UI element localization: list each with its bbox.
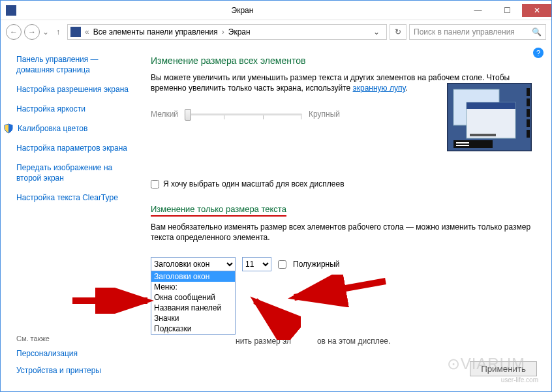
dropdown-option[interactable]: Подсказки [151, 324, 235, 334]
element-select-dropdown: Заголовки окон Меню: Окна сообщений Назв… [151, 271, 236, 335]
display-preview-image [447, 83, 532, 151]
close-button[interactable]: ✕ [522, 4, 551, 17]
element-select[interactable]: Заголовки окон [151, 257, 236, 271]
search-input[interactable]: Поиск в панели управления 🔍 [409, 24, 546, 40]
sidebar-link-calibrate[interactable]: Калибровка цветов [18, 123, 87, 134]
svg-rect-1 [527, 88, 530, 96]
single-scale-label: Я хочу выбрать один масштаб для всех дис… [163, 179, 345, 188]
address-dropdown-icon[interactable]: ⌄ [369, 27, 384, 37]
heading-resize-all: Изменение размера всех элементов [151, 55, 538, 66]
shield-icon [3, 123, 14, 134]
forward-button[interactable]: → [24, 24, 40, 40]
svg-rect-4 [527, 119, 530, 127]
svg-rect-8 [467, 102, 515, 109]
single-scale-checkbox[interactable] [151, 180, 159, 188]
breadcrumb-sep: « [85, 27, 89, 37]
sidebar-link-resolution[interactable]: Настройка разрешения экрана [16, 84, 134, 95]
annotation-arrow [288, 275, 392, 307]
svg-rect-2 [527, 98, 530, 106]
magnifier-link[interactable]: экранную лупу [353, 83, 406, 93]
back-button[interactable]: ← [6, 24, 22, 40]
description-2: Вам необязательно изменять размер всех э… [151, 222, 538, 243]
window-icon [6, 5, 16, 16]
svg-rect-12 [456, 145, 469, 146]
maximize-button[interactable]: ☐ [493, 4, 522, 17]
help-icon[interactable]: ? [533, 48, 544, 58]
address-bar[interactable]: « Все элементы панели управления › Экран… [67, 24, 387, 40]
dropdown-option[interactable]: Окна сообщений [151, 292, 235, 303]
breadcrumb-sep: › [222, 27, 224, 37]
sidebar-link-project[interactable]: Передать изображение на второй экран [16, 162, 134, 183]
svg-rect-11 [456, 142, 469, 143]
slider-thumb[interactable] [185, 109, 191, 121]
sidebar-link-brightness[interactable]: Настройка яркости [16, 104, 134, 114]
heading-text-size: Изменение только размера текста [151, 204, 286, 217]
breadcrumb-root[interactable]: Все элементы панели управления [93, 27, 218, 37]
search-icon: 🔍 [532, 27, 542, 37]
sidebar-link-params[interactable]: Настройка параметров экрана [16, 143, 134, 153]
annotation-arrow [72, 288, 157, 314]
dropdown-option[interactable]: Меню: [151, 282, 235, 292]
sidebar-link-personalization[interactable]: Персонализация [16, 349, 101, 358]
watermark: ⊙VIARUM [447, 355, 525, 373]
sidebar-link-devices[interactable]: Устройства и принтеры [16, 366, 101, 375]
see-also-heading: См. также [16, 335, 101, 342]
dropdown-option[interactable]: Значки [151, 313, 235, 324]
size-slider[interactable] [185, 108, 302, 121]
window-title: Экран [22, 6, 463, 15]
sidebar: Панель управления — домашняя страница На… [1, 44, 138, 389]
font-size-select[interactable]: 11 [242, 257, 271, 271]
dropdown-option[interactable]: Названия панелей [151, 303, 235, 313]
slider-label-small: Мелкий [151, 110, 178, 119]
svg-rect-3 [527, 109, 530, 117]
location-icon [70, 27, 81, 37]
titlebar: Экран — ☐ ✕ [1, 1, 551, 20]
dropdown-option[interactable]: Заголовки окон [151, 271, 235, 282]
sidebar-link-cleartype[interactable]: Настройка текста ClearType [16, 192, 134, 203]
search-placeholder: Поиск в панели управления [414, 27, 515, 37]
svg-rect-5 [527, 130, 530, 138]
text-size-controls: Заголовки окон 11 Полужирный Заголовки о… [151, 257, 538, 271]
svg-rect-9 [470, 134, 496, 136]
minimize-button[interactable]: — [463, 4, 493, 17]
desc-text: . [405, 83, 407, 93]
main-panel: ? Изменение размера всех элементов Вы мо… [138, 44, 551, 389]
svg-rect-10 [453, 140, 493, 148]
slider-label-large: Крупный [309, 110, 340, 119]
sidebar-link-home[interactable]: Панель управления — домашняя страница [16, 54, 134, 75]
svg-line-15 [294, 281, 386, 297]
navbar: ← → ⌄ ↑ « Все элементы панели управления… [1, 20, 551, 44]
breadcrumb-current[interactable]: Экран [228, 27, 251, 37]
watermark-url: user-life.com [501, 376, 538, 384]
up-button[interactable]: ↑ [52, 25, 65, 38]
history-dropdown-icon[interactable]: ⌄ [42, 27, 49, 37]
bold-label: Полужирный [293, 260, 340, 269]
refresh-button[interactable]: ↻ [390, 24, 406, 40]
bold-checkbox[interactable] [278, 260, 286, 269]
